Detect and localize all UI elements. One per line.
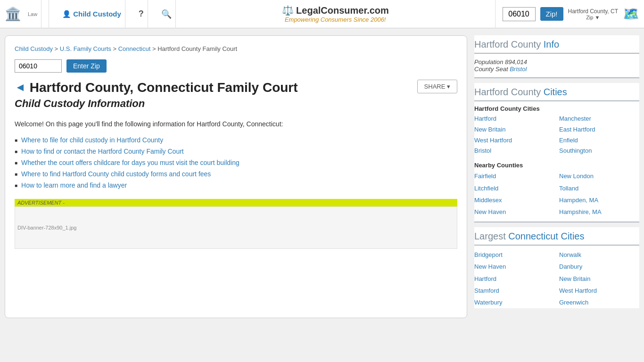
header-center: ⚖️ LegalConsumer.com Empowering Consumer… [176,5,495,23]
county-seat: County Seat Bristol [474,66,639,73]
site-name: ⚖️ LegalConsumer.com [185,5,486,16]
list-item: Where to find Hartford County child cust… [15,170,457,178]
largest-greenwich[interactable]: Greenwich [559,297,639,308]
largest-cities-grid: Bridgeport Norwalk New Haven Danbury Har… [474,246,639,308]
largest-stamford[interactable]: Stamford [474,285,554,296]
nearby-tolland[interactable]: Tolland [559,183,639,194]
welcome-text: Welcome! On this page you'll find the fo… [15,119,457,129]
site-name-legal: ⚖️ [282,5,297,16]
nearby-new-london[interactable]: New London [559,171,639,181]
site-name-text: LegalConsumer.com [296,5,389,16]
county-cities-title-blue: Cities [544,87,567,97]
ad-label: ADVERTISEMENT - [15,199,457,206]
child-custody-icon-label: 👤 Child Custody [62,10,121,18]
ad-section: ADVERTISEMENT - DIV-banner-728x90_1.jpg [15,198,457,249]
bullet-link-3[interactable]: Whether the court offers childcare for d… [21,159,239,166]
law-label: Law [28,11,37,17]
header: 🏛️ Law 👤 Child Custody ? 🔍 ⚖️ LegalConsu… [0,0,644,28]
nearby-counties-label: Nearby Counties [474,160,639,171]
ad-image-text: DIV-banner-728x90_1.jpg [17,225,76,230]
city-link-new-britain[interactable]: New Britain [474,125,554,135]
largest-new-britain[interactable]: New Britain [559,273,639,284]
bullet-link-5[interactable]: How to learn more and find a lawyer [21,181,127,189]
person-icon: 👤 [62,10,71,18]
city-link-bristol[interactable]: Bristol [474,146,554,156]
list-item: How to learn more and find a lawyer [15,181,457,189]
largest-west-hartford[interactable]: West Hartford [559,285,639,296]
county-info-section: Hartford County Info Population 894,014 … [474,35,639,78]
nearby-fairfield[interactable]: Fairfield [474,171,554,181]
county-info-title-gray: Hartford County [474,39,541,49]
page-subtitle: Child Custody Information [15,98,457,110]
main-zip-input[interactable] [15,59,62,73]
child-custody-nav[interactable]: 👤 Child Custody [58,0,125,28]
zip-row: Enter Zip [15,59,457,73]
nearby-grid: Fairfield New London Litchfield Tolland … [474,171,639,222]
nearby-new-haven[interactable]: New Haven [474,206,554,217]
largest-cities-section: Largest Connecticut Cities Bridgeport No… [474,227,639,308]
sidebar: Hartford County Info Population 894,014 … [474,35,639,318]
map-icon: 🗺️ [623,6,639,22]
list-item: Where to file for child custody in Hartf… [15,136,457,144]
search-icon: 🔍 [161,9,172,19]
bullet-link-1[interactable]: Where to file for child custody in Hartf… [21,136,163,144]
question-icon: ? [139,9,144,19]
page-title-text: Hartford County, Connecticut Family Cour… [30,80,298,96]
city-link-east-hartford[interactable]: East Hartford [559,125,639,135]
zip-right-label: Zip ▼ [568,15,618,20]
largest-title-blue: Connecticut Cities [508,231,584,241]
largest-danbury[interactable]: Danbury [559,261,639,272]
child-custody-label: Child Custody [73,10,121,18]
nearby-hampden[interactable]: Hampden, MA [559,195,639,206]
city-link-southington[interactable]: Southington [559,146,639,156]
site-tagline: Empowering Consumers Since 2006! [185,16,486,23]
header-zip-button[interactable]: Zip! [540,7,563,21]
county-cities-label: Hartford County Cities [474,101,639,114]
city-link-west-hartford[interactable]: West Hartford [474,136,554,146]
largest-hartford[interactable]: Hartford [474,273,554,284]
bullet-link-4[interactable]: Where to find Hartford County child cust… [21,170,211,178]
city-link-hartford[interactable]: Hartford [474,114,554,124]
population: Population 894,014 [474,58,639,66]
header-location-text: Hartford County, CT [568,8,618,15]
largest-cities-title: Largest Connecticut Cities [474,227,639,246]
county-cities-section: Hartford County Cities Hartford County C… [474,83,639,222]
law-nav[interactable]: Law [24,0,41,28]
breadcrumb-us-family-courts[interactable]: U.S. Family Courts [60,45,111,52]
county-info-title-blue: Info [544,39,559,49]
cities-grid: Hartford Manchester New Britain East Har… [474,114,639,160]
help-nav[interactable]: ? [135,0,148,28]
share-button[interactable]: SHARE ▾ [417,80,457,93]
bullet-link-2[interactable]: How to find or contact the Hartford Coun… [21,148,184,155]
county-cities-title-gray: Hartford County [474,87,541,97]
page-title: ◄ Hartford County, Connecticut Family Co… [15,80,417,96]
back-arrow[interactable]: ◄ [15,81,26,94]
largest-bridgeport[interactable]: Bridgeport [474,249,554,260]
city-link-manchester[interactable]: Manchester [559,114,639,124]
info-list: Where to file for child custody in Hartf… [15,136,457,189]
header-zip-input[interactable] [503,7,536,21]
nearby-middlesex[interactable]: Middlesex [474,195,554,206]
city-link-enfield[interactable]: Enfield [559,136,639,146]
list-item: Whether the court offers childcare for d… [15,159,457,166]
ad-image: DIV-banner-728x90_1.jpg [15,206,457,249]
county-seat-link[interactable]: Bristol [510,66,527,73]
header-location: Hartford County, CT Zip ▼ [568,8,618,20]
largest-title-gray: Largest [474,231,506,241]
breadcrumb-connecticut[interactable]: Connecticut [118,45,151,52]
breadcrumb-child-custody[interactable]: Child Custody [15,45,53,52]
breadcrumb: Child Custody > U.S. Family Courts > Con… [15,45,457,52]
header-left: 🏛️ Law 👤 Child Custody ? 🔍 [5,0,176,28]
county-info-title: Hartford County Info [474,35,639,54]
nearby-litchfield[interactable]: Litchfield [474,183,554,194]
content-area: Child Custody > U.S. Family Courts > Con… [5,35,467,318]
main-zip-button[interactable]: Enter Zip [66,59,107,73]
header-right: Zip! Hartford County, CT Zip ▼ 🗺️ [495,0,640,28]
logo-section: 🏛️ Law [5,0,49,28]
largest-norwalk[interactable]: Norwalk [559,249,639,260]
largest-waterbury[interactable]: Waterbury [474,297,554,308]
search-nav[interactable]: 🔍 [157,0,176,28]
nearby-hampshire[interactable]: Hampshire, MA [559,206,639,217]
breadcrumb-current: Hartford County Family Court [157,45,237,52]
largest-new-haven[interactable]: New Haven [474,261,554,272]
